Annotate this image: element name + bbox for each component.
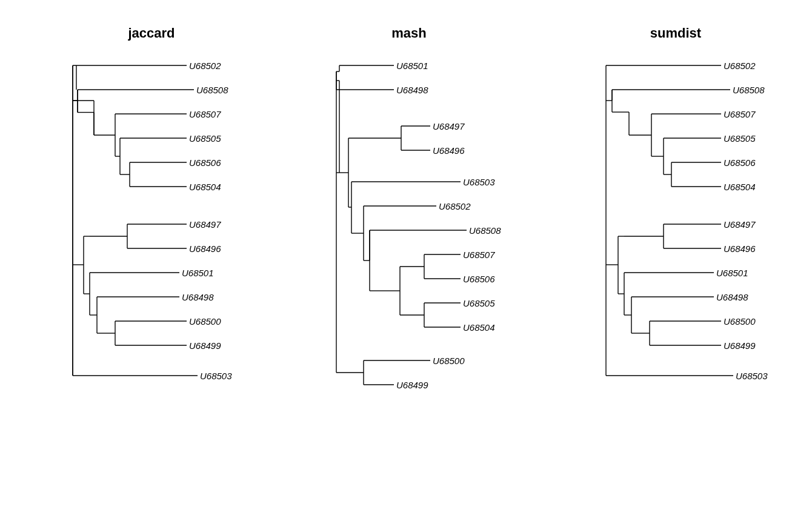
tip-label: U68506 — [463, 274, 495, 284]
tip-label: U68508 — [733, 85, 765, 95]
tip-label: U68508 — [469, 225, 501, 236]
tip-label: U68506 — [189, 158, 221, 168]
dendrogram-branches — [0, 0, 812, 521]
tip-label: U68507 — [724, 109, 756, 119]
tip-label: U68499 — [189, 340, 221, 351]
tip-label: U68501 — [716, 268, 748, 278]
tip-label: U68500 — [433, 356, 465, 366]
tip-label: U68500 — [724, 316, 756, 327]
tip-label: U68503 — [200, 371, 232, 381]
tip-label: U68504 — [463, 322, 495, 333]
tip-label: U68507 — [463, 250, 495, 260]
tip-label: U68503 — [463, 177, 495, 187]
tip-label: U68498 — [396, 85, 428, 95]
tip-label: U68499 — [396, 380, 428, 390]
tip-label: U68499 — [724, 340, 756, 351]
tip-label: U68508 — [196, 85, 228, 95]
tip-label: U68506 — [724, 158, 756, 168]
tip-label: U68505 — [463, 298, 495, 308]
tip-label: U68496 — [724, 244, 756, 254]
tip-label: U68497 — [189, 219, 221, 230]
tip-label: U68502 — [439, 201, 471, 211]
tip-label: U68498 — [716, 292, 748, 302]
tip-label: U68496 — [433, 145, 465, 156]
tip-label: U68502 — [189, 61, 221, 71]
tip-label: U68503 — [736, 371, 768, 381]
tip-label: U68501 — [396, 61, 428, 71]
tip-label: U68504 — [189, 182, 221, 192]
tip-label: U68498 — [182, 292, 214, 302]
tip-label: U68497 — [433, 121, 465, 131]
tip-label: U68505 — [724, 133, 756, 144]
tip-label: U68501 — [182, 268, 214, 278]
tip-label: U68505 — [189, 133, 221, 144]
tip-label: U68507 — [189, 109, 221, 119]
tip-label: U68496 — [189, 244, 221, 254]
tip-label: U68497 — [724, 219, 756, 230]
tip-label: U68502 — [724, 61, 756, 71]
tip-label: U68500 — [189, 316, 221, 327]
tip-label: U68504 — [724, 182, 756, 192]
